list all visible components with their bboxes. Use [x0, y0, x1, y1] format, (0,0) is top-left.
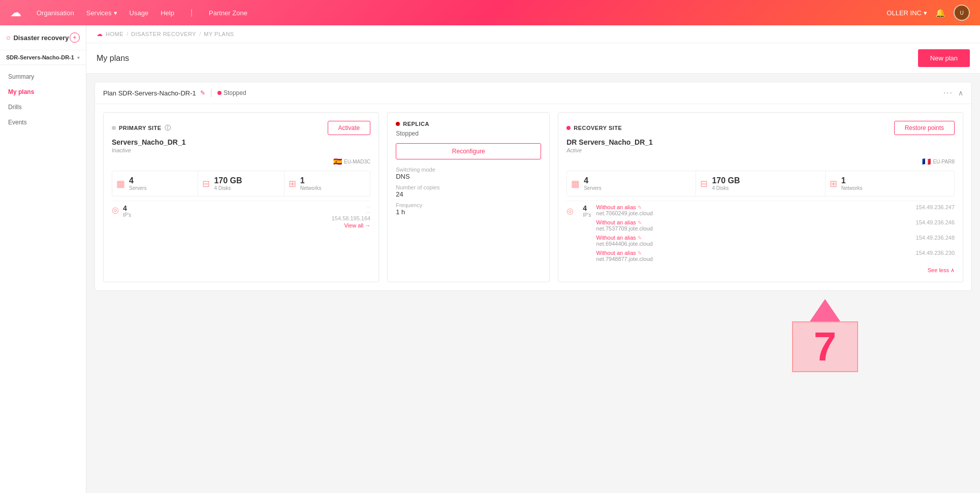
networks-value: 1: [300, 176, 322, 185]
nav-help[interactable]: Help: [161, 8, 174, 17]
recovery-disks-value: 170 GB: [712, 176, 740, 185]
nav-links: Organisation Services ▾ Usage Help | Par…: [37, 8, 887, 17]
top-navigation: ☁ Organisation Services ▾ Usage Help | P…: [0, 0, 980, 25]
nav-usage[interactable]: Usage: [130, 8, 149, 17]
recovery-site-status: Active: [566, 147, 955, 153]
ip-edit-icon-3[interactable]: ✎: [638, 250, 642, 256]
plan-separator: |: [210, 88, 212, 97]
network-icon: ⊞: [830, 178, 837, 189]
recovery-networks-value: 1: [841, 176, 863, 185]
new-plan-button[interactable]: New plan: [918, 49, 970, 67]
ip-edit-icon-2[interactable]: ✎: [638, 235, 642, 241]
breadcrumb-home[interactable]: HOME: [106, 31, 123, 37]
nav-organisation[interactable]: Organisation: [37, 8, 74, 17]
ips-label: IP's: [123, 212, 332, 218]
disk-icon: ⊟: [700, 178, 708, 189]
nav-right: OLLER INC ▾ 🔔 U: [887, 5, 970, 21]
spain-flag-icon: 🇪🇸: [333, 157, 342, 166]
ip-alias-2: Without an alias: [596, 235, 636, 241]
recovery-ip-row-2: Without an alias ✎ 154.49.236.248 net.69…: [596, 235, 955, 247]
sidebar-nav: Summary My plans Drills Events: [0, 65, 86, 134]
nav-services[interactable]: Services ▾: [86, 8, 117, 17]
ip-edit-icon-0[interactable]: ✎: [638, 205, 642, 210]
user-avatar[interactable]: U: [954, 5, 970, 21]
networks-label: Networks: [300, 185, 322, 191]
primary-stats-grid: ▦ 4 Servers ⊟ 170 GB 4 Disks: [112, 171, 370, 196]
replica-card: REPLICA Stopped Reconfigure Switching mo…: [387, 112, 550, 282]
servers-label: Servers: [129, 185, 146, 191]
nav-partner-zone[interactable]: Partner Zone: [209, 8, 247, 17]
primary-site-status: Inactive: [112, 147, 370, 153]
ip-domain-2: net.6944406.jote.cloud: [596, 241, 955, 247]
disaster-recovery-icon: ○: [6, 34, 10, 42]
cloud-icon: ☁: [97, 30, 103, 38]
ip-domain-0: net.7060249.jote.cloud: [596, 210, 955, 216]
recovery-servers-value: 4: [584, 176, 601, 185]
add-plan-button[interactable]: +: [70, 32, 80, 43]
ip-domain-1: net.7537709.jote.cloud: [596, 225, 955, 232]
plan-card: Plan SDR-Servers-Nacho-DR-1 ✎ | Stopped …: [94, 82, 972, 291]
chevron-down-icon: ▾: [924, 9, 927, 17]
primary-site-label: PRIMARY SITE ⓘ: [112, 124, 171, 133]
replica-label: REPLICA: [396, 121, 541, 127]
ip-alias-3: Without an alias: [596, 250, 636, 256]
replica-status: Stopped: [396, 130, 541, 137]
recovery-servers-stat: ▦ 4 Servers: [567, 171, 696, 196]
primary-server-name: Servers_Nacho_DR_1: [112, 138, 370, 146]
notification-bell-icon[interactable]: 🔔: [935, 8, 945, 18]
recovery-servers-label: Servers: [584, 185, 601, 191]
status-dot: [217, 91, 222, 95]
sidebar: ○ Disaster recovery + SDR-Servers-Nacho-…: [0, 25, 86, 493]
recovery-ip-row-0: Without an alias ✎ 154.49.236.247 net.70…: [596, 204, 955, 216]
networks-stat: ⊞ 1 Networks: [284, 171, 370, 196]
frequency-value: 1 h: [396, 208, 541, 216]
disk-icon: ⊟: [202, 178, 210, 189]
plan-body: PRIMARY SITE ⓘ Activate Servers_Nacho_DR…: [95, 104, 971, 290]
view-all-ips-link[interactable]: View all →: [332, 222, 370, 228]
ip-address-1: 154.49.236.246: [916, 219, 955, 225]
recovery-stats-grid: ▦ 4 Servers ⊟ 170 GB 4 Disks: [566, 171, 955, 196]
sidebar-item-events[interactable]: Events: [0, 115, 86, 130]
breadcrumb-disaster-recovery[interactable]: DISASTER RECOVERY: [131, 31, 196, 37]
ips-count: 4: [123, 204, 332, 212]
servers-value: 4: [129, 176, 146, 185]
switching-mode-value: DNS: [396, 173, 541, 180]
primary-site-header: PRIMARY SITE ⓘ Activate: [112, 121, 370, 135]
primary-site-dot: [112, 126, 116, 130]
sidebar-item-my-plans[interactable]: My plans: [0, 84, 86, 100]
info-icon[interactable]: ⓘ: [165, 124, 171, 133]
logo-icon: ☁: [10, 6, 21, 19]
recovery-region: 🇫🇷 EU-PAR8: [566, 157, 955, 166]
breadcrumb-sep-2: /: [199, 31, 201, 37]
recovery-networks-label: Networks: [841, 185, 863, 191]
chevron-down-icon: ▾: [114, 9, 117, 17]
breadcrumb-sep-1: /: [127, 31, 128, 37]
ip-domain-3: net.7948877.jote.cloud: [596, 256, 955, 262]
ip-edit-icon-1[interactable]: ✎: [638, 220, 642, 225]
server-icon: ▦: [116, 178, 125, 189]
recovery-ips-section: ◎ 4 IP's Without an alias ✎ 154.49.236.2…: [566, 201, 955, 274]
chevron-down-icon: ▾: [77, 55, 80, 60]
sidebar-header: ○ Disaster recovery +: [0, 25, 86, 50]
sidebar-item-drills[interactable]: Drills: [0, 100, 86, 115]
activate-button[interactable]: Activate: [328, 121, 371, 135]
see-less-link[interactable]: See less ∧: [566, 267, 955, 274]
copies-label: Number of copies: [396, 184, 541, 190]
recovery-disks-stat: ⊟ 170 GB 4 Disks: [696, 171, 825, 196]
plan-menu-button[interactable]: ···: [943, 88, 953, 97]
collapse-icon[interactable]: ∧: [958, 89, 963, 97]
reconfigure-button[interactable]: Reconfigure: [396, 143, 541, 159]
annotation-container: 7: [86, 299, 960, 401]
plan-selector[interactable]: SDR-Servers-Nacho-DR-1 ▾: [0, 50, 86, 65]
sidebar-item-summary[interactable]: Summary: [0, 69, 86, 84]
disks-value: 170 GB: [214, 176, 242, 185]
ip-alias-1: Without an alias: [596, 219, 636, 225]
network-icon: ⊞: [289, 178, 296, 189]
recovery-server-name: DR Servers_Nacho_DR_1: [566, 138, 955, 146]
location-icon: ◎: [112, 205, 119, 215]
copies-row: Number of copies 24: [396, 184, 541, 198]
restore-points-button[interactable]: Restore points: [894, 121, 955, 135]
edit-icon[interactable]: ✎: [200, 89, 205, 96]
org-selector[interactable]: OLLER INC ▾: [887, 9, 927, 17]
primary-site-card: PRIMARY SITE ⓘ Activate Servers_Nacho_DR…: [103, 112, 379, 282]
